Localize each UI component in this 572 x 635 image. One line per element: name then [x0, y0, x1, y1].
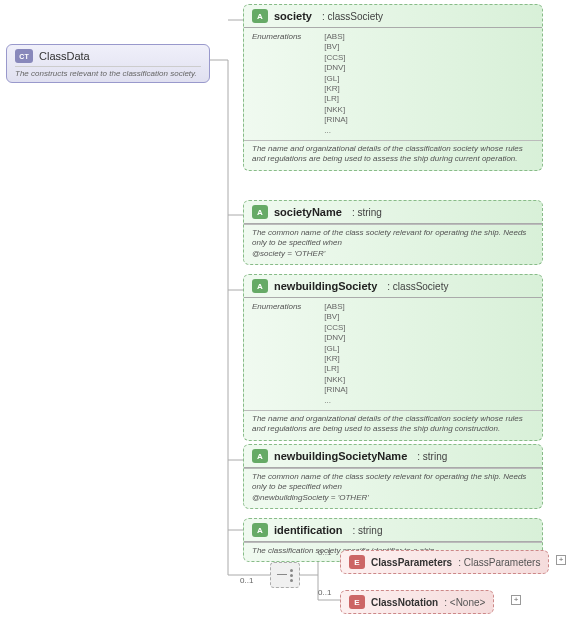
elem-badge: E: [349, 555, 365, 569]
attr-description: The name and organizational details of t…: [244, 410, 542, 440]
attribute-newbuildingsociety[interactable]: A newbuildingSociety : classSociety Enum…: [243, 274, 543, 441]
cardinality-label: 0..1: [318, 588, 331, 597]
sequence-icon: [277, 567, 293, 583]
attr-type: : classSociety: [322, 11, 383, 22]
elem-name: ClassNotation: [371, 597, 438, 608]
attr-badge: A: [252, 279, 268, 293]
expand-icon[interactable]: +: [556, 555, 566, 565]
elem-badge: E: [349, 595, 365, 609]
attr-badge: A: [252, 449, 268, 463]
attr-badge: A: [252, 205, 268, 219]
enum-list-society: [ABS][BV][CCS][DNV][GL][KR][LR][NKK][RIN…: [324, 32, 348, 136]
attr-name: newbuildingSocietyName: [274, 450, 407, 462]
ct-name: ClassData: [39, 50, 90, 62]
attr-name: identification: [274, 524, 342, 536]
ct-description: The constructs relevant to the classific…: [15, 66, 201, 78]
enum-label: Enumerations: [252, 32, 322, 41]
attr-description: The common name of the class society rel…: [244, 468, 542, 508]
elem-name: ClassParameters: [371, 557, 452, 568]
enum-label: Enumerations: [252, 302, 322, 311]
attr-type: : classSociety: [387, 281, 448, 292]
complextype-classdata[interactable]: CT ClassData The constructs relevant to …: [6, 44, 210, 83]
attr-name: societyName: [274, 206, 342, 218]
attribute-society[interactable]: A society : classSociety Enumerations [A…: [243, 4, 543, 171]
attr-description: The name and organizational details of t…: [244, 140, 542, 170]
attr-badge: A: [252, 523, 268, 537]
attr-badge: A: [252, 9, 268, 23]
expand-icon[interactable]: +: [511, 595, 521, 605]
attr-name: society: [274, 10, 312, 22]
element-classnotation[interactable]: E ClassNotation : <None>: [340, 590, 494, 614]
attr-type: : string: [352, 525, 382, 536]
elem-type: : <None>: [444, 597, 485, 608]
attr-type: : string: [417, 451, 447, 462]
attribute-newbuildingsocietyname[interactable]: A newbuildingSocietyName : string The co…: [243, 444, 543, 509]
attribute-societyname[interactable]: A societyName : string The common name o…: [243, 200, 543, 265]
elem-type: : ClassParameters: [458, 557, 540, 568]
attr-name: newbuildingSociety: [274, 280, 377, 292]
enum-list-newbuilding: [ABS][BV][CCS][DNV][GL][KR][LR][NKK][RIN…: [324, 302, 348, 406]
element-classparameters[interactable]: E ClassParameters : ClassParameters: [340, 550, 549, 574]
attr-type: : string: [352, 207, 382, 218]
attr-description: The common name of the class society rel…: [244, 224, 542, 264]
ct-badge: CT: [15, 49, 33, 63]
cardinality-label: 0..1: [240, 576, 253, 585]
cardinality-label: 0..1: [318, 548, 331, 557]
sequence-compositor[interactable]: [270, 562, 300, 588]
